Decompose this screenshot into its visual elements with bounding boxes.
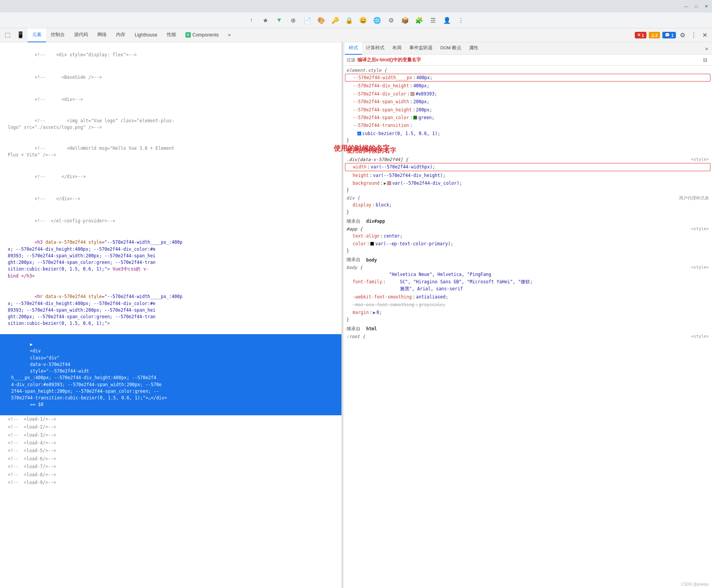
dom-line: <!-- <div>--> <box>0 88 341 110</box>
dom-line: <!-- <load-4/>--> <box>0 439 341 447</box>
body-rule-selector: body { <style> <box>343 264 712 271</box>
tab-layout[interactable]: 布局 <box>388 42 405 55</box>
element-style-close: } <box>343 137 712 144</box>
css-prop-width-var[interactable]: --570e2f44-width____px : 400px ; <box>345 74 710 82</box>
dom-line: <!-- <load-9/>--> <box>0 479 341 486</box>
ext3-icon[interactable]: 🎨 <box>317 16 325 24</box>
css-prop-height-var[interactable]: height : var(--570e2f44-div_height) ; <box>343 172 712 179</box>
styles-content[interactable]: element.style { --570e2f44-width____px :… <box>343 66 712 588</box>
ext7-icon[interactable]: 🌐 <box>373 16 381 24</box>
tab-sources[interactable]: 源代码 <box>69 28 93 42</box>
div-rule-block: .div[data-v-570e2f44] { <style> width : … <box>343 156 712 193</box>
css-prop-text-align[interactable]: text-align : center ; <box>343 232 712 240</box>
vue-icon[interactable]: ▼ <box>275 16 283 24</box>
bookmark-icon[interactable]: ★ <box>262 16 269 24</box>
tab-computed[interactable]: 计算样式 <box>362 42 388 55</box>
css-prop-margin[interactable]: margin : ▶ 0 ; <box>343 309 712 316</box>
more-icon[interactable]: ⋮ <box>457 16 465 24</box>
css-prop-span-color[interactable]: --570e2f44-span_color : green ; <box>343 114 712 121</box>
inherited-html-header[interactable]: 继承自 html <box>343 324 712 333</box>
ext1-icon[interactable]: ⊕ <box>289 16 297 24</box>
css-prop-div-height[interactable]: --570e2f44-div_height : 400px ; <box>343 82 712 90</box>
dom-line: <!-- <load-7/>--> <box>0 463 341 470</box>
dom-line: <!-- <load-3/>--> <box>0 431 341 439</box>
ext2-icon[interactable]: 📄 <box>303 16 311 24</box>
dom-tree[interactable]: <!-- <div style="display: flex">--> <!--… <box>0 42 341 588</box>
dom-line: <!-- <div style="display: flex">--> <box>0 44 341 66</box>
tab-styles[interactable]: 样式 <box>345 42 362 55</box>
info-badge[interactable]: 💬 1 <box>662 32 676 38</box>
devtools-more-icon[interactable]: ⋮ <box>689 30 698 40</box>
tab-network[interactable]: 网络 <box>93 28 111 42</box>
dom-line[interactable]: <h3 data-v-570e2f44 style="--570e2f44-wi… <box>0 232 341 286</box>
margin-expand-icon[interactable]: ▶ <box>373 309 376 316</box>
watermark: CSDN @prietan <box>681 582 709 586</box>
bg-color-swatch[interactable] <box>387 181 391 185</box>
share-icon[interactable]: ↑ <box>248 16 255 24</box>
transition-checkbox[interactable]: ✓ <box>357 132 361 135</box>
css-prop-bg-var[interactable]: background : ▶ var(--570e2f44-div_color)… <box>343 179 712 187</box>
tab-performance[interactable]: 性能 <box>162 28 181 42</box>
error-badge[interactable]: ✕ 1 <box>635 32 646 38</box>
title-bar: — □ ✕ <box>0 0 712 12</box>
dom-panel: <!-- <div style="display: flex">--> <!--… <box>0 42 342 588</box>
dom-line: <!-- <BaseSide />--> <box>0 66 341 88</box>
tab-events[interactable]: 事件监听器 <box>405 42 437 55</box>
inherited-divapp-header[interactable]: 继承自 div#app <box>343 217 712 226</box>
tab-components[interactable]: V Components <box>181 28 223 42</box>
tab-elements[interactable]: 元素 <box>28 28 46 42</box>
tab-memory[interactable]: 内存 <box>111 28 130 42</box>
tabs-more-button[interactable]: » <box>223 28 236 42</box>
close-button[interactable]: ✕ <box>703 3 709 9</box>
styles-panel: 样式 计算样式 布局 事件监听器 DOM 断点 属性 » 过滤 编译之后v-bi… <box>343 42 712 588</box>
ext6-icon[interactable]: 😀 <box>359 16 367 24</box>
device-toggle-icon[interactable]: 📱 <box>14 28 28 42</box>
inherited-body-header[interactable]: 继承自 body <box>343 255 712 264</box>
menu-icon[interactable]: ☰ <box>429 16 437 24</box>
css-prop-moz-smoothing[interactable]: -moz-osx-font-smoothing : grayscale ; <box>343 301 712 309</box>
maximize-button[interactable]: □ <box>693 3 699 9</box>
css-prop-font-family[interactable]: font-family : "Helvetica Neue", Helvetic… <box>343 271 712 293</box>
dom-line: <!-- <load-1/>--> <box>0 415 341 423</box>
dom-line[interactable]: <hr data-v-570e2f44 style="--570e2f44-wi… <box>0 286 341 334</box>
tab-breakpoints[interactable]: DOM 断点 <box>437 42 465 55</box>
ext8-icon[interactable]: ⚙ <box>387 16 395 24</box>
browser-toolbar: ↑ ★ ▼ ⊕ 📄 🎨 🔑 🔒 😀 🌐 ⚙ 📦 🧩 ☰ 👤 ⋮ <box>0 12 712 28</box>
css-prop-webkit-smoothing[interactable]: -webkit-font-smoothing : antialiased ; <box>343 293 712 301</box>
css-prop-transition-value[interactable]: ✓ cubic-bezier(0, 1.5, 0.6, 1) ; <box>343 130 712 137</box>
inherited-html-tag: html <box>366 326 377 331</box>
ext10-icon[interactable]: 🧩 <box>415 16 423 24</box>
ext5-icon[interactable]: 🔒 <box>345 16 353 24</box>
dom-line: <!-- <load-6/>--> <box>0 455 341 463</box>
ext4-icon[interactable]: 🔑 <box>331 16 339 24</box>
tab-console[interactable]: 控制台 <box>46 28 69 42</box>
span-color-swatch[interactable] <box>413 116 417 120</box>
css-prop-span-height[interactable]: --570e2f44-span_height : 200px ; <box>343 106 712 114</box>
root-rule-header: :root { <style> <box>343 333 712 340</box>
app-rule-block: #app { <style> text-align : center ; col… <box>343 226 712 254</box>
devtools-gear-icon[interactable]: ⚙ <box>678 30 687 40</box>
div-ua-close: } <box>343 209 712 215</box>
ext9-icon[interactable]: 📦 <box>401 16 409 24</box>
app-color-swatch[interactable] <box>370 242 374 246</box>
div-color-swatch[interactable] <box>411 92 414 96</box>
css-prop-display[interactable]: display : block ; <box>343 201 712 209</box>
root-rule-block: :root { <style> <box>343 333 712 340</box>
inspect-element-icon[interactable]: ⬚ <box>2 28 14 42</box>
tab-lighthouse[interactable]: Lighthouse <box>130 28 162 42</box>
devtools-close-icon[interactable]: ✕ <box>701 30 709 40</box>
vue-components-icon: V <box>185 32 191 38</box>
tab-properties[interactable]: 属性 <box>465 42 482 55</box>
dom-line-selected[interactable]: ▶ <div class="div" data-v-570e2f44 style… <box>0 334 341 415</box>
css-prop-color-var[interactable]: color : var(--ep-text-color-primary) ; <box>343 240 712 248</box>
css-prop-div-color[interactable]: --570e2f44-div_color : #e89393 ; <box>343 90 712 98</box>
css-prop-span-width[interactable]: --570e2f44-span_width : 200px ; <box>343 98 712 106</box>
warn-badge[interactable]: △ 2 <box>649 32 660 38</box>
body-rule-block: body { <style> font-family : "Helvetica … <box>343 264 712 323</box>
css-prop-width-var-ref[interactable]: width : var(--570e2f44-widthpx) ; <box>345 163 710 171</box>
minimize-button[interactable]: — <box>683 3 689 9</box>
styles-tabs-more[interactable]: » <box>703 45 710 52</box>
filter-toggle-icon[interactable]: ⊟ <box>701 56 709 64</box>
bg-expand-icon[interactable]: ▶ <box>384 180 386 187</box>
profile-icon[interactable]: 👤 <box>443 16 451 24</box>
